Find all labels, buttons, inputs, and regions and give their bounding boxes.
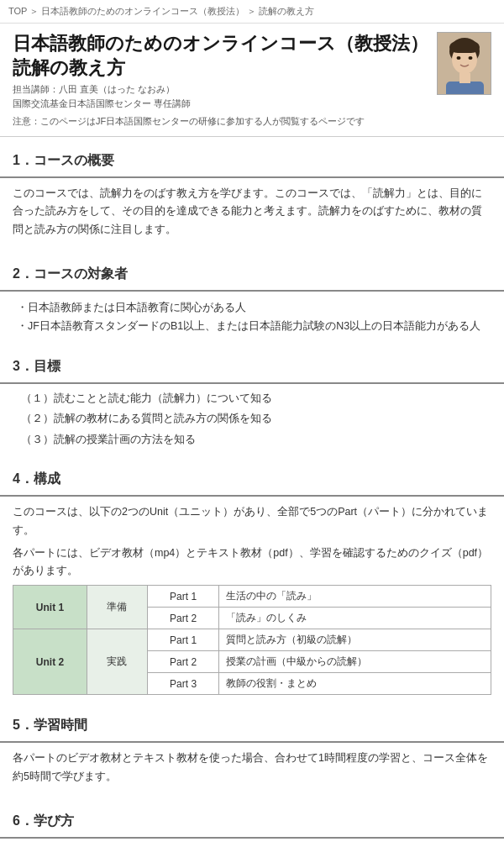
section3-title: 3．目標 <box>0 351 504 384</box>
avatar <box>437 32 491 95</box>
list-item: （１）読むことと読む能力（読解力）について知る <box>21 389 491 408</box>
section1-content: このコースでは、読解力をのばす教え方を学びます。このコースでは、「読解力」とは、… <box>0 178 504 250</box>
header-area: 日本語教師のためのオンラインコース（教授法） 読解の教え方 担当講師：八田 直美… <box>0 24 504 137</box>
section6-list: ビデオ教材を見てからテキスト教材で勉強する方法を勧めます。テキスト教材はビデオの… <box>0 839 504 847</box>
course-table: Unit 1 準備 Part 1 生活の中の「読み」 Part 2 「読み」のし… <box>13 585 491 695</box>
page-title: 日本語教師のためのオンラインコース（教授法） 読解の教え方 <box>13 32 491 80</box>
section2-list: 日本語教師または日本語教育に関心がある人 JF日本語教育スタンダードのB1以上、… <box>0 292 504 343</box>
section3-list: （１）読むことと読む能力（読解力）について知る （２）読解の教材にある質問と読み… <box>0 384 504 456</box>
breadcrumb-sep2: ＞ <box>247 6 256 16</box>
breadcrumb-top[interactable]: TOP <box>8 6 27 16</box>
list-item: （３）読解の授業計画の方法を知る <box>21 430 491 450</box>
part-cell: Part 2 <box>147 608 219 629</box>
svg-point-4 <box>457 56 461 60</box>
notice-text: 注意：このページはJF日本語国際センターの研修に参加する人が閲覧するページです <box>13 115 491 128</box>
breadcrumb-sep1: ＞ <box>29 6 39 16</box>
svg-rect-3 <box>449 41 480 53</box>
section4-title: 4．構成 <box>0 464 504 497</box>
desc-cell: 授業の計画（中級からの読解） <box>219 651 491 673</box>
unit2-cell: Unit 2 <box>13 629 87 695</box>
svg-point-5 <box>469 56 473 60</box>
breadcrumb: TOP ＞ 日本語教師のためのオンラインコース（教授法） ＞ 読解の教え方 <box>0 0 504 24</box>
part-cell: Part 3 <box>147 673 219 695</box>
breadcrumb-current: 読解の教え方 <box>259 6 314 16</box>
desc-cell: 教師の役割・まとめ <box>219 673 491 695</box>
svg-rect-6 <box>446 82 484 95</box>
section6-title: 6．学び方 <box>0 806 504 839</box>
section2-title: 2．コースの対象者 <box>0 259 504 292</box>
part-cell: Part 1 <box>147 586 219 608</box>
section4-content: このコースは、以下の2つのUnit（ユニット）があり、全部で5つのPart（パー… <box>0 497 504 702</box>
section5-title: 5．学習時間 <box>0 710 504 743</box>
list-item: 日本語教師または日本語教育に関心がある人 <box>17 298 491 318</box>
part-cell: Part 1 <box>147 629 219 651</box>
list-item: （２）読解の教材にある質問と読み方の関係を知る <box>21 409 491 429</box>
section1-title: 1．コースの概要 <box>0 145 504 178</box>
instructor-info: 担当講師：八田 直美（はった なおみ） 国際交流基金日本語国際センター 専任講師 <box>13 83 491 110</box>
breadcrumb-parent[interactable]: 日本語教師のためのオンラインコース（教授法） <box>41 6 244 16</box>
section5-content: 各パートのビデオ教材とテキスト教材を使った場合、合わせて1時間程度の学習と、コー… <box>0 743 504 797</box>
desc-cell: 生活の中の「読み」 <box>219 586 491 608</box>
phase-prep-cell: 準備 <box>87 586 148 629</box>
part-cell: Part 2 <box>147 651 219 673</box>
list-item: JF日本語教育スタンダードのB1以上、または日本語能力試験のN3以上の日本語能力… <box>17 317 491 336</box>
desc-cell: 質問と読み方（初級の読解） <box>219 629 491 651</box>
desc-cell: 「読み」のしくみ <box>219 608 491 629</box>
unit1-cell: Unit 1 <box>13 586 87 629</box>
phase-prac-cell: 実践 <box>87 629 148 695</box>
svg-rect-7 <box>459 73 470 83</box>
